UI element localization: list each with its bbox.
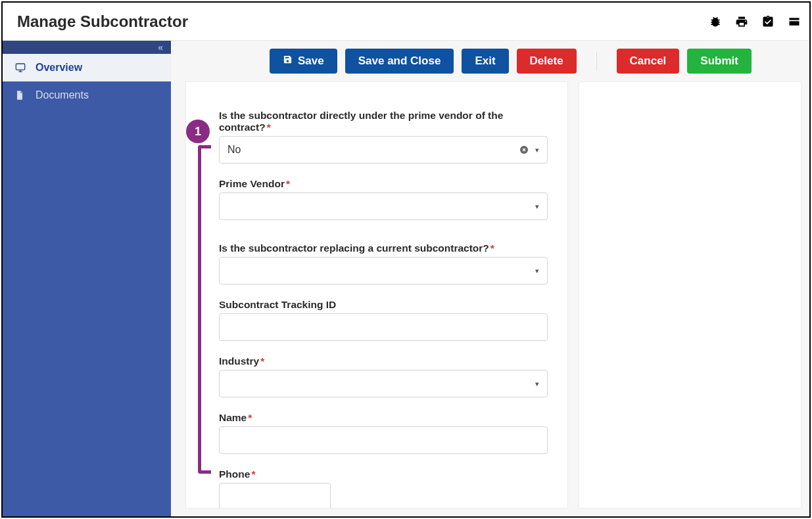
select-replacing[interactable]: ▾ (219, 257, 548, 284)
delete-button[interactable]: Delete (517, 49, 577, 74)
save-disk-icon (283, 55, 293, 68)
form-panel: 1 Is the subcontractor directly under th… (185, 81, 568, 508)
action-bar: Save Save and Close Exit Delete Cancel S… (171, 41, 809, 81)
field-label: Is the subcontractor directly under the … (219, 110, 548, 133)
sidebar-collapse[interactable]: « (3, 41, 171, 54)
clipboard-check-icon[interactable] (761, 14, 775, 29)
caret-down-icon: ▾ (535, 146, 539, 154)
field-label: Subcontract Tracking ID (219, 299, 548, 311)
save-and-close-button[interactable]: Save and Close (345, 49, 454, 74)
window-icon[interactable] (787, 14, 801, 29)
annotation-badge-1: 1 (186, 120, 210, 143)
input-tracking-id[interactable] (219, 313, 548, 341)
side-panel (579, 81, 801, 508)
required-marker: * (260, 355, 264, 367)
field-label: Prime Vendor* (219, 178, 548, 190)
svg-rect-0 (16, 64, 24, 70)
field-name: Name* (219, 412, 548, 454)
bug-icon[interactable] (708, 14, 723, 29)
field-phone: Phone* (219, 468, 548, 508)
title-icon-group (708, 14, 801, 29)
caret-down-icon: ▾ (535, 267, 539, 275)
required-marker: * (490, 242, 494, 254)
field-label: Is the subcontractor replacing a current… (219, 242, 548, 254)
sidebar-item-documents[interactable]: Documents (3, 81, 171, 109)
submit-button[interactable]: Submit (687, 49, 752, 74)
field-industry: Industry* ▾ (219, 355, 548, 397)
input-phone[interactable] (219, 483, 331, 508)
field-replacing: Is the subcontractor replacing a current… (219, 242, 548, 284)
sidebar-item-label: Overview (36, 62, 82, 74)
cancel-button[interactable]: Cancel (617, 49, 680, 74)
save-button[interactable]: Save (270, 49, 337, 74)
sidebar-item-overview[interactable]: Overview (3, 54, 171, 81)
sidebar: « Overview Documents (3, 41, 171, 516)
divider (596, 52, 597, 70)
exit-button[interactable]: Exit (462, 49, 508, 74)
field-label: Phone* (219, 468, 548, 480)
select-prime-vendor[interactable]: ▾ (219, 192, 548, 220)
page-title: Manage Subcontractor (17, 12, 188, 31)
sidebar-item-label: Documents (36, 89, 89, 101)
clear-icon[interactable] (518, 144, 530, 156)
select-industry[interactable]: ▾ (219, 370, 548, 397)
document-icon (14, 90, 26, 101)
field-label: Name* (219, 412, 548, 424)
required-marker: * (251, 468, 255, 480)
required-marker: * (286, 178, 290, 189)
field-prime-vendor: Prime Vendor* ▾ (219, 178, 548, 220)
input-name[interactable] (219, 426, 548, 454)
caret-down-icon: ▾ (535, 380, 539, 388)
monitor-icon (14, 62, 26, 73)
titlebar: Manage Subcontractor (3, 3, 809, 41)
print-icon[interactable] (734, 14, 749, 29)
select-direct-under-prime[interactable]: No ▾ (219, 136, 548, 164)
chevron-double-left-icon: « (158, 42, 163, 53)
required-marker: * (248, 412, 252, 423)
required-marker: * (267, 122, 271, 133)
field-label: Industry* (219, 355, 548, 367)
caret-down-icon: ▾ (535, 202, 539, 211)
field-tracking-id: Subcontract Tracking ID (219, 299, 548, 341)
select-value: No (227, 144, 241, 156)
field-direct-under-prime: Is the subcontractor directly under the … (219, 110, 548, 164)
annotation-bracket (198, 145, 211, 474)
